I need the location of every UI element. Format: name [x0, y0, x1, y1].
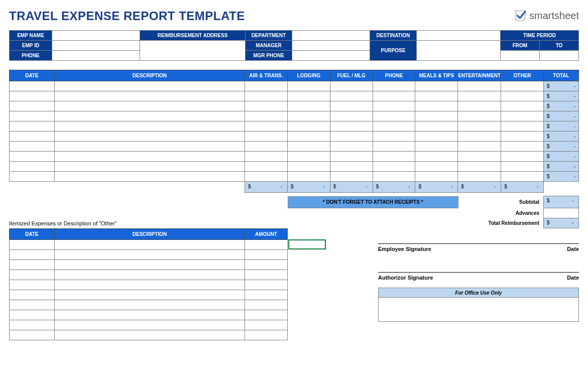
itemized-cell[interactable] [10, 250, 55, 260]
expense-cell[interactable] [415, 132, 458, 142]
expense-cell[interactable] [330, 142, 373, 152]
itemized-cell[interactable] [10, 280, 55, 290]
expense-cell[interactable] [287, 152, 330, 162]
advances-value[interactable] [544, 208, 579, 218]
itemized-cell[interactable] [10, 310, 55, 320]
itemized-cell[interactable] [54, 250, 245, 260]
expense-cell[interactable] [373, 101, 415, 111]
itemized-cell[interactable] [10, 240, 55, 250]
expense-cell[interactable] [54, 162, 245, 172]
expense-cell[interactable] [458, 172, 501, 182]
itemized-cell[interactable] [54, 240, 245, 250]
expense-cell[interactable] [373, 172, 415, 182]
meta-destination-input[interactable] [417, 31, 501, 41]
expense-cell[interactable] [54, 81, 245, 91]
expense-cell[interactable] [10, 111, 55, 121]
expense-cell[interactable] [458, 111, 501, 121]
expense-cell[interactable] [373, 81, 415, 91]
expense-cell[interactable] [245, 142, 288, 152]
itemized-cell[interactable] [245, 330, 288, 340]
expense-cell[interactable] [245, 91, 288, 101]
expense-cell[interactable] [54, 152, 245, 162]
expense-cell[interactable] [501, 132, 544, 142]
expense-cell[interactable] [501, 172, 544, 182]
expense-cell[interactable] [245, 81, 288, 91]
expense-cell[interactable] [415, 121, 458, 132]
expense-cell[interactable] [10, 101, 55, 111]
itemized-cell[interactable] [245, 280, 288, 290]
expense-cell[interactable] [330, 101, 373, 111]
meta-to-input[interactable] [540, 51, 579, 61]
itemized-cell[interactable] [245, 310, 288, 320]
expense-cell[interactable] [330, 81, 373, 91]
expense-cell[interactable] [10, 172, 55, 182]
itemized-cell[interactable] [245, 290, 288, 300]
meta-manager-input[interactable] [292, 41, 370, 51]
meta-emp-id-input[interactable] [52, 41, 140, 51]
meta-department-input[interactable] [292, 31, 370, 41]
expense-cell[interactable] [245, 132, 288, 142]
expense-cell[interactable] [54, 172, 245, 182]
expense-cell[interactable] [54, 111, 245, 121]
itemized-cell[interactable] [245, 260, 288, 270]
meta-phone-input[interactable] [52, 51, 140, 61]
office-use-body[interactable] [378, 298, 579, 322]
expense-cell[interactable] [373, 121, 415, 132]
expense-cell[interactable] [330, 152, 373, 162]
expense-cell[interactable] [245, 121, 288, 132]
expense-cell[interactable] [373, 91, 415, 101]
expense-cell[interactable] [458, 142, 501, 152]
expense-cell[interactable] [501, 101, 544, 111]
itemized-cell[interactable] [245, 320, 288, 330]
expense-cell[interactable] [415, 162, 458, 172]
expense-cell[interactable] [373, 132, 415, 142]
itemized-cell[interactable] [54, 290, 245, 300]
expense-cell[interactable] [330, 121, 373, 132]
expense-cell[interactable] [10, 132, 55, 142]
expense-cell[interactable] [373, 142, 415, 152]
expense-cell[interactable] [458, 162, 501, 172]
expense-cell[interactable] [501, 91, 544, 101]
itemized-cell[interactable] [245, 300, 288, 310]
expense-cell[interactable] [501, 142, 544, 152]
expense-cell[interactable] [330, 172, 373, 182]
expense-cell[interactable] [373, 152, 415, 162]
expense-cell[interactable] [458, 132, 501, 142]
expense-cell[interactable] [501, 111, 544, 121]
expense-cell[interactable] [415, 111, 458, 121]
expense-cell[interactable] [373, 162, 415, 172]
itemized-cell[interactable] [54, 330, 245, 340]
expense-cell[interactable] [415, 81, 458, 91]
expense-cell[interactable] [54, 91, 245, 101]
expense-cell[interactable] [458, 121, 501, 132]
expense-cell[interactable] [54, 132, 245, 142]
expense-cell[interactable] [458, 101, 501, 111]
expense-cell[interactable] [501, 81, 544, 91]
expense-cell[interactable] [245, 162, 288, 172]
expense-cell[interactable] [287, 101, 330, 111]
expense-cell[interactable] [330, 111, 373, 121]
itemized-cell[interactable] [10, 290, 55, 300]
expense-cell[interactable] [415, 172, 458, 182]
itemized-cell[interactable] [10, 300, 55, 310]
expense-cell[interactable] [458, 91, 501, 101]
expense-cell[interactable] [245, 101, 288, 111]
expense-cell[interactable] [245, 152, 288, 162]
expense-cell[interactable] [330, 162, 373, 172]
expense-cell[interactable] [287, 121, 330, 132]
expense-cell[interactable] [54, 101, 245, 111]
itemized-cell[interactable] [54, 260, 245, 270]
itemized-cell[interactable] [245, 240, 288, 250]
expense-cell[interactable] [10, 142, 55, 152]
expense-cell[interactable] [415, 91, 458, 101]
expense-cell[interactable] [54, 121, 245, 132]
expense-cell[interactable] [287, 81, 330, 91]
meta-from-input[interactable] [501, 51, 540, 61]
itemized-cell[interactable] [54, 280, 245, 290]
expense-cell[interactable] [54, 142, 245, 152]
expense-cell[interactable] [501, 152, 544, 162]
expense-cell[interactable] [10, 91, 55, 101]
expense-cell[interactable] [287, 132, 330, 142]
expense-cell[interactable] [458, 81, 501, 91]
expense-cell[interactable] [287, 142, 330, 152]
